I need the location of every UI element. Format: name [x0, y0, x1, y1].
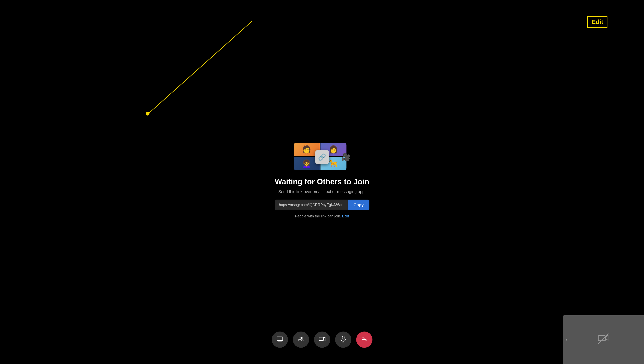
join-permission-row: People with the link can join. Edit — [295, 214, 349, 218]
copy-button[interactable]: Copy — [348, 200, 369, 210]
annotation-edit-box: Edit — [587, 16, 607, 28]
waiting-subtitle: Send this link over email, text or messa… — [278, 189, 366, 194]
illustration: 🧑 👩 👩‍🦱 🦮 🔗 🎥 — [294, 143, 351, 171]
mic-button[interactable] — [335, 332, 351, 348]
video-preview-panel: › — [563, 315, 644, 364]
main-content: 🧑 👩 👩‍🦱 🦮 🔗 🎥 Waiting for Others to Join… — [275, 143, 369, 218]
end-call-button[interactable] — [356, 332, 372, 348]
link-row: Copy — [275, 200, 369, 210]
collapse-panel-button[interactable]: › — [565, 336, 567, 343]
svg-rect-7 — [342, 336, 344, 339]
end-call-icon — [360, 335, 368, 344]
svg-rect-1 — [277, 337, 283, 340]
svg-point-4 — [299, 337, 301, 339]
annotation-dot — [146, 112, 150, 116]
link-icon-overlay: 🔗 — [315, 150, 329, 164]
svg-rect-3 — [278, 341, 282, 342]
svg-point-5 — [301, 337, 303, 339]
link-chain-icon: 🔗 — [318, 153, 326, 161]
camera-off-icon — [597, 332, 609, 347]
svg-rect-2 — [279, 340, 281, 341]
svg-rect-6 — [319, 337, 324, 340]
avatar-person-1: 🧑 — [302, 145, 311, 154]
mic-icon — [340, 335, 347, 344]
avatar-person-4: 🦮 — [329, 159, 338, 168]
people-icon — [297, 335, 305, 344]
camera-button[interactable] — [314, 332, 330, 348]
bottom-toolbar — [272, 332, 372, 348]
meeting-link-input[interactable] — [275, 200, 348, 210]
avatar-person-3: 👩‍🦱 — [302, 159, 311, 168]
edit-permission-link[interactable]: Edit — [342, 214, 349, 218]
svg-line-0 — [148, 21, 252, 114]
permission-text: People with the link can join. — [295, 214, 341, 218]
waiting-title: Waiting for Others to Join — [275, 177, 369, 186]
annotation-edit-label: Edit — [591, 18, 603, 25]
people-button[interactable] — [293, 332, 309, 348]
svg-line-13 — [598, 334, 608, 344]
share-screen-icon — [276, 335, 284, 344]
camera-icon — [318, 335, 326, 344]
video-camera-icon: 🎥 — [341, 153, 351, 161]
avatar-person-2: 👩 — [329, 145, 338, 154]
share-screen-button[interactable] — [272, 332, 288, 348]
